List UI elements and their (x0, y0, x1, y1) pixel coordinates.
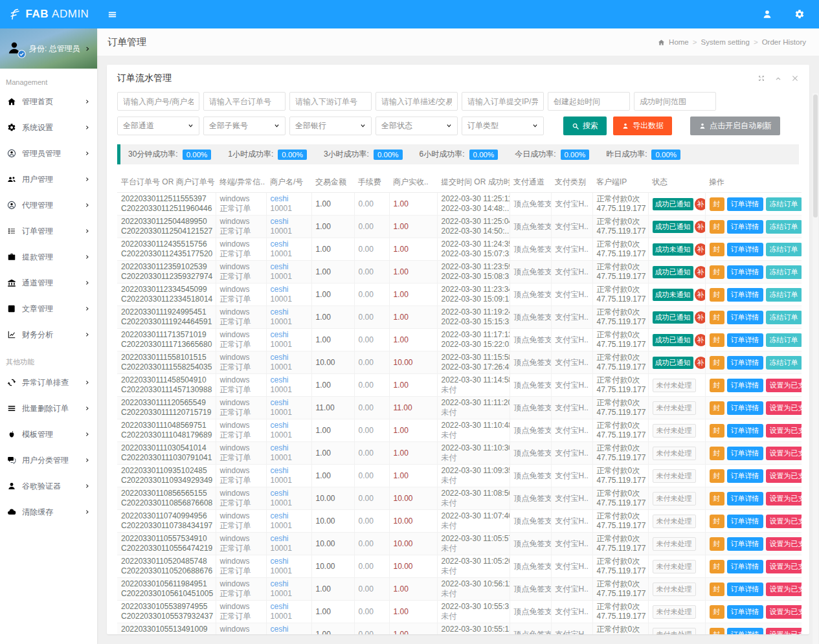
order-detail-button[interactable]: 订单详情 (727, 469, 763, 483)
sidebar-item-apple[interactable]: 模板管理 (0, 421, 97, 447)
seal-order-button[interactable]: 封 (710, 605, 724, 619)
supplement-badge[interactable]: 补 (695, 357, 706, 369)
order-detail-button[interactable]: 订单详情 (727, 537, 763, 551)
sidebar-item-refresh[interactable]: 异常订单排查 (0, 370, 97, 395)
set-paid-button[interactable]: 设置为已支付 (766, 515, 802, 528)
fullscreen-icon[interactable] (757, 74, 765, 82)
sidebar-item-admin[interactable]: 管理员管理 (0, 140, 97, 166)
seal-order-button[interactable]: 封 (710, 288, 724, 302)
set-paid-button[interactable]: 设置为已支付 (766, 401, 802, 415)
order-detail-button[interactable]: 订单详情 (727, 401, 763, 415)
scrollbar-thumb[interactable] (813, 94, 818, 217)
merchant-name-link[interactable]: ceshi (271, 602, 308, 612)
freeze-order-button[interactable]: 冻结订单 (766, 197, 802, 211)
order-detail-button[interactable]: 订单详情 (727, 515, 763, 528)
supplement-badge[interactable]: 补 (695, 198, 706, 210)
order-type-select[interactable]: 订单类型 (462, 117, 544, 135)
order-detail-button[interactable]: 订单详情 (727, 447, 763, 460)
sidebar-item-gears[interactable]: 系统设置 (0, 115, 97, 140)
set-paid-button[interactable]: 设置为已支付 (766, 583, 802, 596)
sidebar-item-cloud[interactable]: 清除缓存 (0, 499, 97, 525)
merchant-name-link[interactable]: ceshi (271, 625, 308, 634)
merchant-search-input[interactable] (117, 92, 199, 111)
search-button[interactable]: 搜索 (563, 117, 607, 135)
order-detail-button[interactable]: 订单详情 (727, 424, 763, 438)
set-paid-button[interactable]: 设置为已支付 (766, 447, 802, 460)
merchant-name-link[interactable]: ceshi (271, 353, 308, 362)
merchant-name-link[interactable]: ceshi (271, 194, 308, 204)
merchant-name-link[interactable]: ceshi (271, 217, 308, 227)
seal-order-button[interactable]: 封 (710, 469, 724, 483)
order-detail-button[interactable]: 订单详情 (727, 605, 763, 619)
set-paid-button[interactable]: 设置为已支付 (766, 424, 802, 438)
order-desc-amount-input[interactable] (376, 92, 458, 111)
set-paid-button[interactable]: 设置为已支付 (766, 469, 802, 483)
user-panel[interactable]: 身份: 总管理员 (0, 28, 97, 69)
freeze-order-button[interactable]: 冻结订单 (766, 243, 802, 256)
auto-refresh-button[interactable]: 点击开启自动刷新 (690, 117, 780, 135)
seal-order-button[interactable]: 封 (710, 356, 724, 370)
seal-order-button[interactable]: 封 (710, 560, 724, 573)
sidebar-item-briefcase[interactable]: 提款管理 (0, 244, 97, 270)
merchant-name-link[interactable]: ceshi (271, 557, 308, 566)
order-detail-button[interactable]: 订单详情 (727, 356, 763, 370)
set-paid-button[interactable]: 设置为已支付 (766, 379, 802, 392)
set-paid-button[interactable]: 设置为已支付 (766, 492, 802, 505)
order-detail-button[interactable]: 订单详情 (727, 583, 763, 596)
sidebar-item-agent[interactable]: 代理管理 (0, 192, 97, 218)
merchant-name-link[interactable]: ceshi (271, 489, 308, 498)
supplement-badge[interactable]: 补 (695, 266, 706, 278)
create-time-input[interactable] (548, 92, 630, 111)
seal-order-button[interactable]: 封 (710, 424, 724, 438)
close-icon[interactable] (791, 74, 799, 82)
collapse-icon[interactable] (774, 74, 782, 82)
sidebar-item-comments[interactable]: 用户分类管理 (0, 447, 97, 473)
downstream-order-input[interactable] (289, 92, 372, 111)
merchant-name-link[interactable]: ceshi (271, 466, 308, 476)
seal-order-button[interactable]: 封 (710, 628, 724, 635)
supplement-badge[interactable]: 补 (695, 311, 706, 324)
freeze-order-button[interactable]: 冻结订单 (766, 311, 802, 324)
ip-search-input[interactable] (462, 92, 544, 111)
sidebar-item-user[interactable]: 谷歌验证器 (0, 473, 97, 499)
platform-order-input[interactable] (203, 92, 286, 111)
order-detail-button[interactable]: 订单详情 (727, 265, 763, 279)
sidebar-item-home[interactable]: 管理首页 (0, 89, 97, 115)
order-detail-button[interactable]: 订单详情 (727, 628, 763, 635)
settings-gear-icon[interactable] (794, 9, 805, 19)
seal-order-button[interactable]: 封 (710, 447, 724, 460)
bank-select[interactable]: 全部银行 (289, 117, 372, 135)
order-detail-button[interactable]: 订单详情 (727, 492, 763, 505)
seal-order-button[interactable]: 封 (710, 379, 724, 392)
order-detail-button[interactable]: 订单详情 (727, 560, 763, 573)
sidebar-item-bank[interactable]: 通道管理 (0, 270, 97, 296)
seal-order-button[interactable]: 封 (710, 197, 724, 211)
seal-order-button[interactable]: 封 (710, 492, 724, 505)
merchant-name-link[interactable]: ceshi (271, 579, 308, 589)
supplement-badge[interactable]: 补 (695, 334, 706, 346)
seal-order-button[interactable]: 封 (710, 265, 724, 279)
merchant-name-link[interactable]: ceshi (271, 330, 308, 340)
set-paid-button[interactable]: 设置为已支付 (766, 560, 802, 573)
sidebar-item-bars[interactable]: 批量删除订单 (0, 395, 97, 421)
seal-order-button[interactable]: 封 (710, 583, 724, 596)
sub-account-select[interactable]: 全部子账号 (203, 117, 286, 135)
seal-order-button[interactable]: 封 (710, 220, 724, 234)
freeze-order-button[interactable]: 冻结订单 (766, 333, 802, 347)
status-select[interactable]: 全部状态 (376, 117, 458, 135)
app-logo[interactable]: FAB ADMIN (0, 0, 97, 28)
sidebar-item-chart[interactable]: 财务分析 (0, 322, 97, 348)
order-detail-button[interactable]: 订单详情 (727, 243, 763, 256)
freeze-order-button[interactable]: 冻结订单 (766, 288, 802, 302)
freeze-order-button[interactable]: 冻结订单 (766, 356, 802, 370)
seal-order-button[interactable]: 封 (710, 243, 724, 256)
seal-order-button[interactable]: 封 (710, 537, 724, 551)
breadcrumb-system-setting[interactable]: System setting (701, 38, 749, 46)
order-detail-button[interactable]: 订单详情 (727, 379, 763, 392)
sidebar-toggle-button[interactable] (107, 10, 117, 19)
export-data-button[interactable]: 导出数据 (613, 117, 672, 135)
merchant-name-link[interactable]: ceshi (271, 262, 308, 272)
set-paid-button[interactable]: 设置为已支付 (766, 628, 802, 635)
supplement-badge[interactable]: 补 (695, 243, 706, 256)
sidebar-item-users[interactable]: 用户管理 (0, 166, 97, 192)
